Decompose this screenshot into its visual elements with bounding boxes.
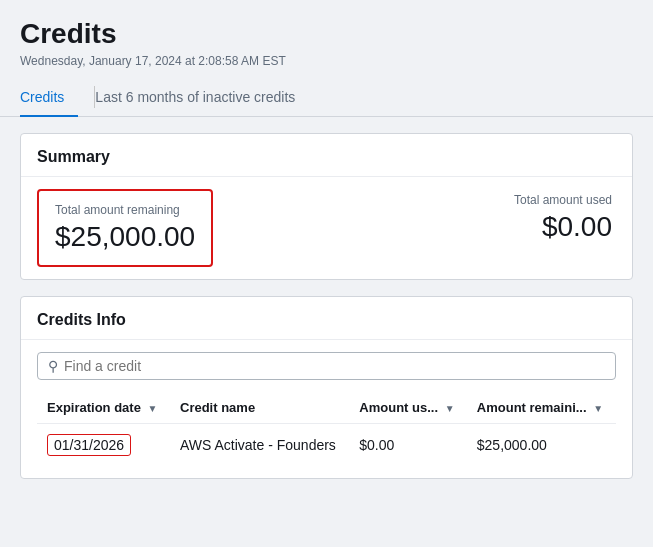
sort-icon-remaining: ▼ bbox=[593, 403, 603, 414]
remaining-cell: Total amount remaining $25,000.00 bbox=[37, 189, 213, 267]
cell-expiry: 01/31/2026 bbox=[37, 424, 170, 467]
summary-body: Total amount remaining $25,000.00 Total … bbox=[21, 177, 632, 279]
table-row: 01/31/2026 AWS Activate - Founders $0.00… bbox=[37, 424, 616, 467]
search-input[interactable] bbox=[64, 358, 605, 374]
col-amount-remaining[interactable]: Amount remaini... ▼ bbox=[467, 392, 616, 424]
tab-credits[interactable]: Credits bbox=[20, 79, 78, 117]
col-amount-used[interactable]: Amount us... ▼ bbox=[349, 392, 467, 424]
credits-table: Expiration date ▼ Credit name Amount us.… bbox=[37, 392, 616, 466]
sort-icon-used: ▼ bbox=[445, 403, 455, 414]
sort-icon-expiry: ▼ bbox=[148, 403, 158, 414]
credits-info-card: Credits Info ⚲ Expiration date ▼ Credit … bbox=[20, 296, 633, 479]
cell-amount-remaining: $25,000.00 bbox=[467, 424, 616, 467]
table-header-row: Expiration date ▼ Credit name Amount us.… bbox=[37, 392, 616, 424]
page-title: Credits bbox=[20, 18, 633, 50]
tab-inactive-credits[interactable]: Last 6 months of inactive credits bbox=[95, 79, 309, 117]
col-name: Credit name bbox=[170, 392, 349, 424]
used-cell: Total amount used $0.00 bbox=[411, 177, 632, 279]
table-body: 01/31/2026 AWS Activate - Founders $0.00… bbox=[37, 424, 616, 467]
used-value: $0.00 bbox=[542, 211, 612, 243]
remaining-label: Total amount remaining bbox=[55, 203, 195, 217]
search-icon: ⚲ bbox=[48, 358, 58, 374]
expiry-value: 01/31/2026 bbox=[47, 434, 131, 456]
tabs-bar: Credits Last 6 months of inactive credit… bbox=[0, 78, 653, 117]
page-header: Credits Wednesday, January 17, 2024 at 2… bbox=[0, 0, 653, 68]
table-head: Expiration date ▼ Credit name Amount us.… bbox=[37, 392, 616, 424]
remaining-value: $25,000.00 bbox=[55, 221, 195, 253]
credits-info-body: ⚲ Expiration date ▼ Credit name bbox=[21, 340, 632, 478]
content-area: Summary Total amount remaining $25,000.0… bbox=[0, 117, 653, 495]
cell-name: AWS Activate - Founders bbox=[170, 424, 349, 467]
col-expiry[interactable]: Expiration date ▼ bbox=[37, 392, 170, 424]
used-label: Total amount used bbox=[514, 193, 612, 207]
credits-info-heading: Credits Info bbox=[21, 297, 632, 340]
summary-card: Summary Total amount remaining $25,000.0… bbox=[20, 133, 633, 280]
page-subtitle: Wednesday, January 17, 2024 at 2:08:58 A… bbox=[20, 54, 633, 68]
cell-amount-used: $0.00 bbox=[349, 424, 467, 467]
search-box[interactable]: ⚲ bbox=[37, 352, 616, 380]
summary-heading: Summary bbox=[21, 134, 632, 177]
